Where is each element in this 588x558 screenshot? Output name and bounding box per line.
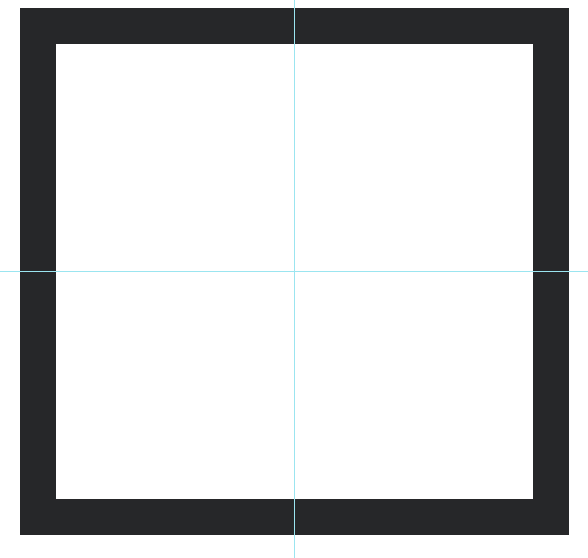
rectangle-frame-shape[interactable] [20, 8, 569, 535]
design-canvas[interactable] [0, 0, 588, 558]
